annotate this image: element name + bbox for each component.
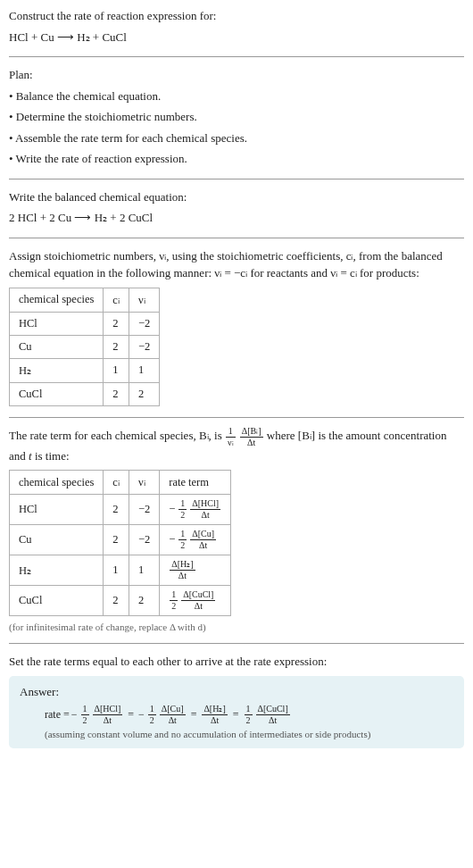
cell-vi: −2 <box>129 335 159 358</box>
table-row: H₂ 1 1 <box>10 358 160 382</box>
col-vi: νᵢ <box>129 471 159 495</box>
delta-frac: Δ[HCl] Δt <box>190 499 220 520</box>
coef-frac: 1 2 <box>170 590 178 611</box>
negative-sign: − <box>169 533 175 547</box>
cell-species: HCl <box>10 495 104 525</box>
cell-ci: 2 <box>104 335 129 358</box>
frac-one-over-nu: 1 νᵢ <box>226 427 236 447</box>
cell-ci: 2 <box>104 495 129 525</box>
frac-den: 2 <box>81 715 89 725</box>
frac-num: 1 <box>178 499 187 510</box>
frac-num: Δ[H₂] <box>170 560 195 571</box>
rateterm-intro: The rate term for each chemical species,… <box>9 427 464 465</box>
plan-item: • Balance the chemical equation. <box>9 88 464 105</box>
delta-frac: Δ[Cu] Δt <box>160 705 186 725</box>
table-row: CuCl 2 2 1 2 Δ[CuCl] Δt <box>10 586 231 616</box>
table-row: Cu 2 −2 <box>10 335 160 358</box>
delta-frac: Δ[Cu] Δt <box>190 530 216 550</box>
frac-num: 1 <box>245 705 253 715</box>
cell-ci: 2 <box>104 525 129 555</box>
intro-t: t <box>29 449 32 463</box>
frac-num: 1 <box>81 705 89 715</box>
cell-rateterm: − 1 2 Δ[Cu] Δt <box>160 525 231 555</box>
plan-title: Plan: <box>9 66 464 84</box>
final-section: Set the rate terms equal to each other t… <box>9 653 464 748</box>
frac-den: 2 <box>148 715 156 725</box>
frac-num: Δ[Cu] <box>190 530 216 540</box>
frac-num: Δ[Cu] <box>160 705 186 715</box>
delta-frac: Δ[HCl] Δt <box>93 705 123 725</box>
cell-species: Cu <box>10 525 104 555</box>
cell-species: HCl <box>10 312 104 335</box>
negative-sign: − <box>138 708 145 722</box>
frac-den: Δt <box>170 571 195 580</box>
rateterm-table: chemical species cᵢ νᵢ rate term HCl 2 −… <box>9 470 231 616</box>
cell-ci: 1 <box>104 555 129 586</box>
cell-vi: −2 <box>129 495 159 525</box>
cell-rateterm: 1 2 Δ[CuCl] Δt <box>160 586 231 616</box>
frac-den: Δt <box>160 715 186 725</box>
col-ci: cᵢ <box>104 288 129 312</box>
coef-frac: 1 2 <box>81 705 89 725</box>
rate-lead: rate = <box>45 708 70 722</box>
frac-den: Δt <box>202 715 227 725</box>
frac-den: Δt <box>181 601 215 611</box>
equals-sign: = <box>233 708 239 722</box>
cell-ci: 2 <box>104 382 129 405</box>
divider <box>9 179 464 179</box>
coef-frac: 1 2 <box>148 705 156 725</box>
answer-box: Answer: rate = − 1 2 Δ[HCl] Δt = − 1 2 Δ… <box>9 676 464 748</box>
rateterm-section: The rate term for each chemical species,… <box>9 427 464 633</box>
plan-item: • Determine the stoichiometric numbers. <box>9 108 464 126</box>
negative-sign: − <box>169 503 175 516</box>
intro-pre: The rate term for each chemical species,… <box>9 429 225 442</box>
frac-num: 1 <box>178 530 187 540</box>
divider <box>9 56 464 57</box>
frac-num: Δ[HCl] <box>93 705 123 715</box>
prompt-text: Construct the rate of reaction expressio… <box>9 7 464 25</box>
cell-species: H₂ <box>10 555 104 586</box>
stoich-section: Assign stoichiometric numbers, νᵢ, using… <box>9 247 464 406</box>
rateterm-footnote: (for infinitesimal rate of change, repla… <box>9 622 464 632</box>
cell-vi: −2 <box>129 312 159 335</box>
cell-rateterm: Δ[H₂] Δt <box>160 555 231 586</box>
intro-post: is time: <box>35 449 70 463</box>
frac-num: Δ[H₂] <box>202 705 227 715</box>
frac-dBi-dt: Δ[Bᵢ] Δt <box>240 427 263 447</box>
stoich-table: chemical species cᵢ νᵢ HCl 2 −2 Cu 2 −2 … <box>9 288 160 406</box>
plan-item: • Write the rate of reaction expression. <box>9 150 464 168</box>
frac-num: Δ[Bᵢ] <box>240 427 263 438</box>
coef-frac: 1 2 <box>178 530 187 550</box>
stoich-intro: Assign stoichiometric numbers, νᵢ, using… <box>9 247 464 282</box>
frac-num: 1 <box>226 427 236 438</box>
frac-den: Δt <box>190 510 220 520</box>
frac-num: 1 <box>170 590 178 601</box>
col-species: chemical species <box>10 471 104 495</box>
unbalanced-equation: HCl + Cu ⟶ H₂ + CuCl <box>9 29 464 46</box>
table-header-row: chemical species cᵢ νᵢ <box>10 288 160 312</box>
cell-vi: −2 <box>129 525 159 555</box>
delta-frac: Δ[H₂] Δt <box>170 560 195 580</box>
cell-vi: 2 <box>129 382 159 405</box>
cell-ci: 2 <box>104 586 129 616</box>
cell-vi: 2 <box>129 586 159 616</box>
balanced-equation: 2 HCl + 2 Cu ⟶ H₂ + 2 CuCl <box>9 209 464 227</box>
plan-section: Plan: • Balance the chemical equation. •… <box>9 66 464 168</box>
answer-expression: rate = − 1 2 Δ[HCl] Δt = − 1 2 Δ[Cu] Δt … <box>20 705 453 725</box>
frac-den: 2 <box>178 540 187 550</box>
cell-species: Cu <box>10 335 104 358</box>
cell-ci: 1 <box>104 358 129 382</box>
col-ci: cᵢ <box>104 471 129 495</box>
balanced-section: Write the balanced chemical equation: 2 … <box>9 188 464 227</box>
col-term: rate term <box>160 471 231 495</box>
header-section: Construct the rate of reaction expressio… <box>9 7 464 46</box>
frac-num: 1 <box>148 705 156 715</box>
table-row: Cu 2 −2 − 1 2 Δ[Cu] Δt <box>10 525 231 555</box>
cell-species: CuCl <box>10 382 104 405</box>
coef-frac: 1 2 <box>178 499 187 520</box>
cell-species: H₂ <box>10 358 104 382</box>
cell-rateterm: − 1 2 Δ[HCl] Δt <box>160 495 231 525</box>
frac-den: νᵢ <box>226 438 236 447</box>
cell-ci: 2 <box>104 312 129 335</box>
divider <box>9 643 464 644</box>
